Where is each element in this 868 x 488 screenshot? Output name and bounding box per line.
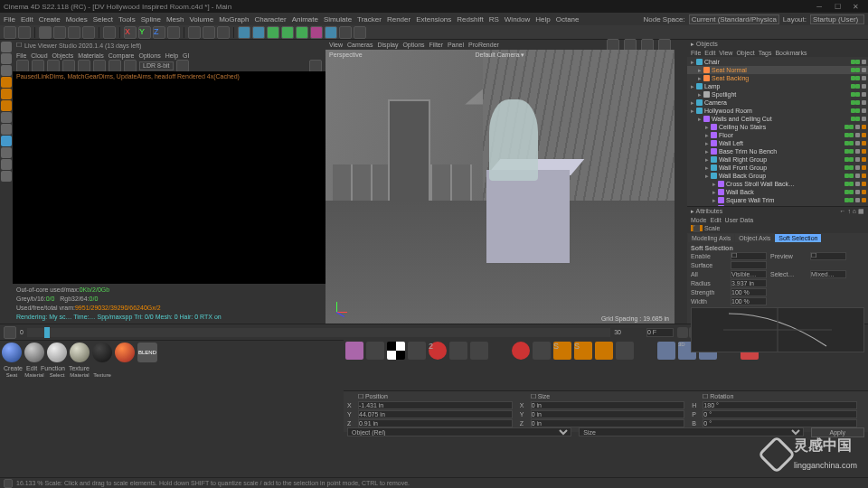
planar-workplane-icon[interactable] <box>1 171 12 182</box>
obj-menu-edit[interactable]: Edit <box>704 50 715 56</box>
material-ball[interactable]: BLEND <box>137 343 157 362</box>
coord-system-button[interactable] <box>167 26 180 39</box>
attr-input[interactable] <box>731 288 767 296</box>
coord-pos-input[interactable] <box>358 401 513 409</box>
coord-size-input[interactable] <box>531 419 685 427</box>
lv-lock-icon[interactable] <box>16 60 29 72</box>
lv-channel-icon[interactable] <box>124 60 137 72</box>
edge-mode-icon[interactable] <box>1 89 12 99</box>
material-ball[interactable] <box>2 343 22 362</box>
palette-icon-13[interactable] <box>616 342 634 360</box>
palette-icon-9[interactable] <box>533 342 551 360</box>
palette-icon-2[interactable] <box>366 342 384 360</box>
object-row[interactable]: ▸Spotlight <box>687 90 868 99</box>
object-tree[interactable]: ▸Chair▸Seat Normal▸Seat Backing▸Lamp▸Spo… <box>687 57 868 206</box>
menu-animate[interactable]: Animate <box>292 15 318 23</box>
menu-simulate[interactable]: Simulate <box>324 15 352 23</box>
object-row[interactable]: ▸Floor <box>687 131 868 139</box>
viewport-3d-view[interactable]: Perspective Default Camera ▾ Grid Spacin… <box>326 50 675 324</box>
object-row[interactable]: ▸Wall Right Group <box>687 155 868 164</box>
material-ball[interactable] <box>47 343 67 362</box>
lv-clay-icon[interactable] <box>62 60 75 72</box>
tl-options-icon[interactable] <box>4 326 16 339</box>
tab-soft-selection[interactable]: Soft Selection <box>775 234 821 242</box>
lv-focus-icon[interactable] <box>93 60 106 72</box>
vp-menu-prorender[interactable]: ProRender <box>468 42 499 48</box>
menu-rs[interactable]: RS <box>489 15 499 23</box>
menu-redshift[interactable]: Redshift <box>457 15 483 23</box>
lv-save-icon[interactable] <box>176 60 189 72</box>
object-row[interactable]: ▸Square Wall Trim <box>687 196 868 204</box>
menu-mograph[interactable]: MoGraph <box>219 15 249 23</box>
mat-menu-function[interactable]: Function <box>41 365 65 371</box>
select-tool[interactable] <box>39 26 52 39</box>
material-ball[interactable] <box>24 343 44 362</box>
obj-menu-tags[interactable]: Tags <box>759 50 772 56</box>
menu-mesh[interactable]: Mesh <box>166 15 184 23</box>
coord-pos-input[interactable] <box>358 410 513 418</box>
palette-icon-4[interactable] <box>408 342 426 360</box>
workplane-icon[interactable] <box>1 147 12 158</box>
light-button[interactable] <box>354 26 366 39</box>
render-view-button[interactable] <box>188 26 201 39</box>
layout-select[interactable] <box>810 14 864 24</box>
coord-size-input[interactable] <box>531 401 685 409</box>
rotate-tool[interactable] <box>82 26 95 39</box>
texture-mode-icon[interactable] <box>1 53 12 64</box>
camera-button[interactable] <box>339 26 352 39</box>
tl-start-button[interactable] <box>677 327 688 338</box>
object-row[interactable]: ▸Wall Back Group <box>687 172 868 180</box>
point-mode-icon[interactable] <box>1 77 12 88</box>
locked-workplane-icon[interactable] <box>1 159 12 170</box>
poly-mode-icon[interactable] <box>1 100 12 111</box>
lv-region-icon[interactable] <box>78 60 90 72</box>
axis-x-button[interactable]: X <box>124 26 137 39</box>
tab-object-axis[interactable]: Object Axis <box>735 234 774 242</box>
render-settings-button[interactable] <box>217 26 230 39</box>
vp-menu-panel[interactable]: Panel <box>448 42 464 48</box>
lv-ab-icon[interactable] <box>309 60 322 72</box>
object-row[interactable]: ▸Walls and Ceiling Cut <box>687 115 868 123</box>
redo-button[interactable] <box>18 26 31 39</box>
menu-render[interactable]: Render <box>387 15 410 23</box>
coord-rot-input[interactable] <box>703 401 857 409</box>
mat-menu-edit[interactable]: Edit <box>26 365 37 371</box>
workplane-mode-icon[interactable] <box>1 65 12 76</box>
coord-size-mode-select[interactable]: Size <box>579 427 803 436</box>
obj-menu-object[interactable]: Object <box>736 50 754 56</box>
falloff-curve[interactable] <box>691 307 864 352</box>
coord-size-input[interactable] <box>531 410 685 418</box>
vp-menu-options[interactable]: Options <box>402 42 424 48</box>
object-row[interactable]: ▸Wall Left <box>687 139 868 147</box>
timeline-track[interactable] <box>27 328 610 337</box>
menu-file[interactable]: File <box>4 15 15 23</box>
tl-current-frame[interactable] <box>646 328 674 337</box>
maximize-button[interactable]: ☐ <box>828 3 846 11</box>
attr-input[interactable] <box>810 252 846 260</box>
lv-menu-cloud[interactable]: Cloud <box>31 52 47 59</box>
menu-help[interactable]: Help <box>535 15 550 23</box>
palette-icon-11[interactable]: S <box>574 342 592 360</box>
coord-mode-select[interactable]: Object (Rel) <box>347 427 571 436</box>
axis-y-button[interactable]: Y <box>138 26 151 39</box>
palette-icon-14[interactable] <box>657 342 675 360</box>
menu-tools[interactable]: Tools <box>118 15 136 23</box>
viewport-solo-icon[interactable] <box>1 124 12 135</box>
obj-menu-file[interactable]: File <box>691 50 701 56</box>
lv-menu-options[interactable]: Options <box>139 52 161 59</box>
object-row[interactable]: ▸Hollywood Room <box>687 107 868 115</box>
menu-select[interactable]: Select <box>93 15 113 23</box>
attr-menu-edit[interactable]: Edit <box>711 217 722 223</box>
vp-menu-filter[interactable]: Filter <box>429 42 444 48</box>
coord-pos-input[interactable] <box>358 419 513 427</box>
close-button[interactable]: ✕ <box>846 3 864 11</box>
material-ball[interactable] <box>115 343 135 362</box>
obj-menu-view[interactable]: View <box>719 50 732 56</box>
lv-pick-icon[interactable] <box>108 60 121 72</box>
obj-menu-bookmarks[interactable]: Bookmarks <box>775 50 807 56</box>
palette-icon-8[interactable] <box>512 342 530 360</box>
material-ball[interactable] <box>70 343 90 362</box>
object-row[interactable]: ▸Camera <box>687 99 868 107</box>
mat-menu-texture[interactable]: Texture <box>69 365 90 371</box>
object-row[interactable]: ▸Wall Front Group <box>687 164 868 172</box>
